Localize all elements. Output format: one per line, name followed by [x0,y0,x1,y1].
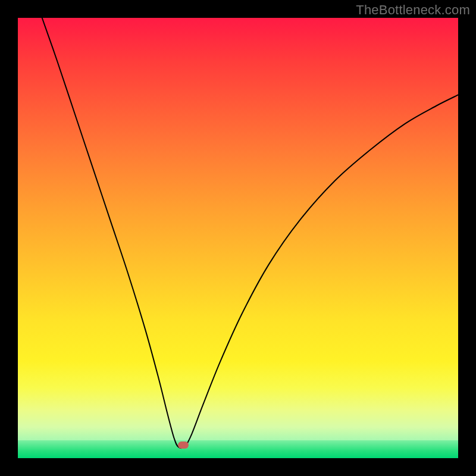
watermark-text: TheBottleneck.com [356,2,470,18]
chart-frame: TheBottleneck.com [0,0,476,476]
bottleneck-curve [42,18,458,448]
curve-svg [18,18,458,458]
minimum-marker [178,441,189,449]
plot-area [18,18,458,458]
